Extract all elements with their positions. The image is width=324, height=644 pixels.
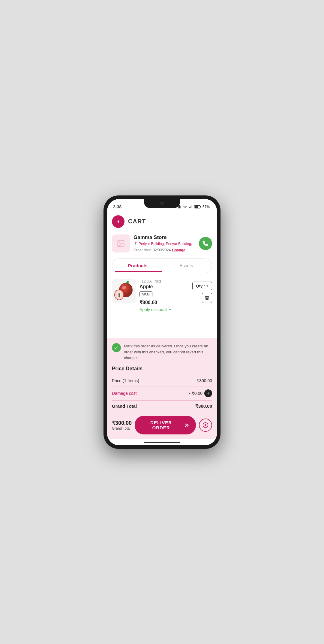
price-label-grand: Grand Total	[112, 404, 137, 409]
spacer	[107, 316, 217, 339]
footer-label: Grand Total	[112, 426, 132, 431]
product-card: F12 DA Fruits Apple 5KG ₹300.00 Apply di…	[107, 276, 217, 316]
price-row-damage: Damage cost - ₹0.00 +	[112, 386, 212, 401]
price-details-title: Price Details	[112, 366, 212, 372]
quantity-badge: Qty : 1	[192, 282, 212, 290]
delivery-notice-text: Mark this order as delivered. Once you c…	[124, 343, 212, 361]
status-time: 3:38	[113, 204, 122, 209]
svg-rect-2	[190, 206, 191, 208]
chevron-down-icon	[168, 307, 172, 312]
store-info: Gamma Store 📍 Periyar Building, Periyar …	[134, 234, 195, 252]
store-avatar	[112, 234, 130, 252]
phone-screen: 3:38	[107, 199, 217, 445]
product-image	[112, 279, 136, 303]
bottom-section: Mark this order as delivered. Once you c…	[107, 338, 217, 439]
signal-icon	[189, 205, 193, 209]
camera	[160, 201, 164, 205]
svg-rect-0	[189, 207, 190, 208]
battery-icon	[194, 205, 201, 209]
back-button[interactable]	[112, 215, 124, 228]
price-label-items: Price (1 Items)	[112, 378, 139, 383]
header: CART	[107, 212, 217, 231]
trash-icon	[205, 295, 209, 300]
svg-point-8	[119, 242, 120, 243]
product-weight: 5KG	[140, 291, 152, 297]
content-area: CART Gamma Store 📍 Periyar Building, Per…	[107, 212, 217, 445]
home-indicator	[107, 439, 217, 445]
page-title: CART	[128, 218, 146, 225]
store-name: Gamma Store	[134, 234, 195, 240]
delivery-notice: Mark this order as delivered. Once you c…	[112, 343, 212, 361]
price-value-items: ₹300.00	[196, 378, 212, 383]
price-row-items: Price (1 Items) ₹300.00	[112, 375, 212, 386]
download-button[interactable]	[199, 419, 212, 432]
wifi-icon	[183, 205, 187, 209]
add-damage-button[interactable]: +	[204, 389, 212, 397]
price-row-grand: Grand Total ₹300.00	[112, 401, 212, 412]
store-section: Gamma Store 📍 Periyar Building, Periyar …	[107, 231, 217, 256]
home-bar	[144, 442, 180, 443]
deliver-order-button[interactable]: DELIVER ORDER	[135, 416, 196, 434]
image-icon	[117, 239, 125, 248]
apply-discount-button[interactable]: Apply discount	[140, 307, 189, 312]
product-actions: Qty : 1	[192, 279, 212, 303]
product-name: Apple	[140, 284, 189, 289]
back-arrow-icon	[115, 219, 121, 225]
phone-icon	[202, 240, 209, 247]
check-circle[interactable]	[112, 343, 121, 352]
price-label-damage: Damage cost	[112, 391, 136, 396]
svg-rect-3	[191, 205, 192, 208]
location-pin-icon: 📍	[134, 242, 138, 246]
delete-button[interactable]	[202, 293, 212, 303]
svg-rect-6	[195, 206, 198, 208]
svg-rect-5	[200, 206, 201, 207]
order-date-row: Order date: 02/09/2024 Change	[134, 247, 195, 252]
product-category: F12 DA Fruits	[140, 279, 189, 283]
price-value-grand: ₹300.00	[195, 404, 212, 409]
notch	[144, 199, 180, 208]
footer: ₹300.00 Grand Total DELIVER ORDER	[112, 412, 212, 434]
order-date: Order date: 02/09/2024	[134, 248, 171, 252]
store-location: 📍 Periyar Building, Periyar Building,	[134, 242, 195, 246]
change-link[interactable]: Change	[172, 248, 185, 252]
svg-rect-1	[190, 207, 190, 208]
checkmark-icon	[114, 345, 119, 350]
footer-amount: ₹300.00	[112, 420, 132, 426]
product-price: ₹300.00	[140, 300, 189, 305]
store-address: Periyar Building, Periyar Building,	[139, 242, 192, 246]
footer-total: ₹300.00 Grand Total	[112, 420, 132, 431]
product-details: F12 DA Fruits Apple 5KG ₹300.00 Apply di…	[140, 279, 189, 312]
price-value-damage: - ₹0.00 +	[189, 389, 212, 397]
phone-call-button[interactable]	[199, 237, 212, 250]
svg-point-17	[118, 293, 120, 295]
phone-frame: 3:38	[104, 195, 220, 449]
download-icon	[202, 422, 208, 428]
battery-level: 57%	[202, 205, 210, 209]
svg-point-18	[118, 295, 120, 297]
forward-arrows-icon	[184, 422, 190, 428]
tabs: Products Assets	[112, 259, 212, 273]
tab-products[interactable]: Products	[113, 260, 162, 272]
apple-image	[112, 279, 136, 303]
tab-assets[interactable]: Assets	[162, 260, 211, 272]
